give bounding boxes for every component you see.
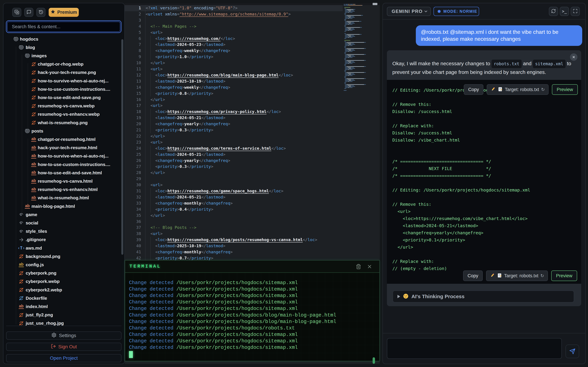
model-select[interactable]: GEMINI PRO: [387, 7, 431, 16]
refresh-chat-button[interactable]: [549, 7, 558, 16]
target-file-button[interactable]: Target: robots.txt ↻: [487, 84, 549, 95]
search-field[interactable]: Search files & content...: [6, 20, 121, 33]
tree-item-resumehog-vs-canva-webp[interactable]: resumehog-vs-canva.webp: [3, 102, 120, 110]
editor-minimap[interactable]: [344, 4, 372, 108]
minimap-line: [348, 35, 351, 36]
tree-item-main-blog-page-html[interactable]: abmain-blog-page.html: [3, 202, 120, 210]
ab-icon: ab: [31, 145, 36, 150]
tree-item-hack-your-tech-resume-png[interactable]: hack-your-tech-resume.png: [3, 68, 120, 77]
code-line: </url>: [146, 213, 165, 219]
tree-item-chatgpt-or-rhog-webp[interactable]: chatgpt-or-rhog.webp: [3, 60, 120, 68]
minimap-line: [355, 11, 355, 12]
minimap-line: [365, 42, 366, 43]
terminal-output[interactable]: Change detected /Users/porkr/projects/ho…: [125, 273, 380, 361]
inline-code-chip: robots.txt: [492, 60, 522, 68]
tree-item-how-to-use-edit-and-save-html[interactable]: abhow-to-use-edit-and-save.html: [3, 168, 120, 177]
tree-item-just-use-rhog-jpg[interactable]: just_use_rhog.jpg: [3, 319, 120, 328]
minimap-line: [346, 71, 346, 72]
copy-plus-button[interactable]: [12, 8, 21, 17]
tree-item-config-js[interactable]: abconfig.js: [3, 260, 120, 269]
target-file-button[interactable]: Target: robots.txt ↻: [486, 270, 548, 281]
preview-button[interactable]: Preview: [551, 270, 577, 281]
tree-item-how-to-use-custom-instructions-[interactable]: how-to-use-custom-instructions....: [3, 85, 120, 93]
folder-closed-icon: [19, 229, 24, 234]
terminal-toggle-button[interactable]: >_: [560, 7, 569, 16]
editor-scrollbar[interactable]: [373, 3, 377, 5]
fullscreen-button[interactable]: [571, 7, 580, 16]
minimap-line: [349, 62, 351, 63]
message-input[interactable]: [387, 338, 562, 359]
tree-item-how-to-use-custom-instructions-[interactable]: abhow-to-use-custom-instructions....: [3, 160, 120, 169]
trash-icon[interactable]: [356, 264, 361, 269]
tree-item-cyberpork-webp[interactable]: cyberpork.webp: [3, 277, 120, 286]
tree-item-blog[interactable]: blog: [3, 43, 120, 52]
tree-item-resumehog-vs-canva-html[interactable]: abresumehog-vs-canva.html: [3, 177, 120, 185]
thinking-process-expander[interactable]: AI's Thinking Process: [393, 291, 574, 302]
line-number: 34: [125, 206, 141, 213]
tree-item-how-to-survive-when-ai-auto-rej-[interactable]: how-to-survive-when-ai-auto-rej...: [3, 77, 120, 85]
minimap-line: [346, 4, 348, 5]
tree-item-how-to-survive-when-ai-auto-rej-[interactable]: abhow-to-survive-when-ai-auto-rej...: [3, 152, 120, 160]
tree-item-just-fly2-png[interactable]: just_fly2.png: [3, 311, 120, 319]
copy-plus-icon: [15, 10, 19, 15]
tree-item-style-tiles[interactable]: style_tiles: [3, 227, 120, 236]
minimap-line: [360, 21, 361, 22]
ab-js-icon: ab: [19, 262, 24, 267]
tree-item-chatgpt-or-resumehog-html[interactable]: abchatgpt-or-resumehog.html: [3, 135, 120, 144]
tree-item-resumehog-vs-enhancv-html[interactable]: abresumehog-vs-enhancv.html: [3, 185, 120, 194]
premium-button[interactable]: Premium: [49, 8, 79, 17]
code-line: <url>: [146, 182, 163, 188]
diff-code-line: <url>: [392, 208, 411, 215]
minimap-line: [345, 27, 346, 28]
line-number: 22: [125, 133, 141, 139]
code-line: <?xml version="1.0" encoding="UTF-8"?>: [146, 5, 238, 11]
history-button[interactable]: [36, 8, 45, 17]
tree-item--gitignore[interactable]: .gitignore: [3, 235, 120, 244]
tree-item-cyberpork-png[interactable]: cyberpork.png: [3, 269, 120, 277]
tree-scrollbar[interactable]: [121, 39, 123, 255]
tree-item-hogdocs[interactable]: hogdocs: [3, 35, 120, 43]
send-icon: [569, 348, 575, 354]
minimap-line: [349, 23, 351, 24]
code-line: <priority>1.0</priority>: [146, 54, 213, 60]
terminal-scrollbar[interactable]: [373, 357, 375, 364]
copy-button[interactable]: Copy: [464, 84, 483, 95]
preview-button[interactable]: Preview: [552, 84, 578, 95]
sidebar: Premium Search files & content... hogdoc…: [3, 3, 125, 364]
open-project-button[interactable]: Open Project: [6, 354, 121, 362]
tree-item-game[interactable]: game: [3, 210, 120, 219]
sign-out-button[interactable]: Sign Out: [6, 343, 121, 351]
minimap-line: [366, 48, 366, 49]
settings-button[interactable]: Settings: [6, 332, 121, 340]
redo-icon: ↻: [541, 87, 545, 92]
mode-button[interactable]: MODE: NORMIE: [433, 7, 479, 16]
tree-item-images[interactable]: images: [3, 51, 120, 60]
ab-icon: ab: [31, 195, 36, 200]
minimap-line: [349, 36, 351, 37]
code-line: <priority>0.4</priority>: [146, 206, 213, 213]
tree-item-cyberpork2-webp[interactable]: cyberpork2.webp: [3, 286, 120, 294]
tree-item-index-html[interactable]: abindex.html: [3, 302, 120, 311]
close-icon[interactable]: [367, 264, 372, 269]
tree-item-what-is-resumehog-html[interactable]: abwhat-is-resumehog.html: [3, 194, 120, 202]
chat-bubble-button[interactable]: [24, 8, 33, 17]
tree-item-posts[interactable]: posts: [3, 127, 120, 135]
minimap-line: [366, 78, 366, 79]
tree-item-background-png[interactable]: background.png: [3, 252, 120, 261]
tree-item-what-is-resumehog-png[interactable]: what-is-resumehog.png: [3, 118, 120, 127]
minimap-line: [355, 44, 355, 45]
line-number: 40: [125, 243, 141, 249]
code-line: <lastmod>2024-05-21</lastmod>: [146, 151, 225, 158]
tree-item-aws-md[interactable]: ‹T›aws.md: [3, 244, 120, 252]
tree-item-dockerfile[interactable]: Dockerfile: [3, 294, 120, 302]
send-button[interactable]: [566, 345, 579, 358]
tree-item-how-to-use-edit-and-save-png[interactable]: how-to-use-edit-and-save.png: [3, 93, 120, 102]
line-number: 9: [125, 54, 141, 60]
minimap-line: [345, 48, 346, 49]
tree-item-hack-your-tech-resume-html[interactable]: abhack-your-tech-resume.html: [3, 144, 120, 152]
minimap-line: [351, 29, 355, 30]
copy-button[interactable]: Copy: [463, 270, 483, 281]
tree-item-social[interactable]: social: [3, 219, 120, 227]
tree-item-resumehog-vs-enhancv-webp[interactable]: resumehog-vs-enhancv.webp: [3, 110, 120, 119]
minimap-line: [345, 12, 348, 13]
